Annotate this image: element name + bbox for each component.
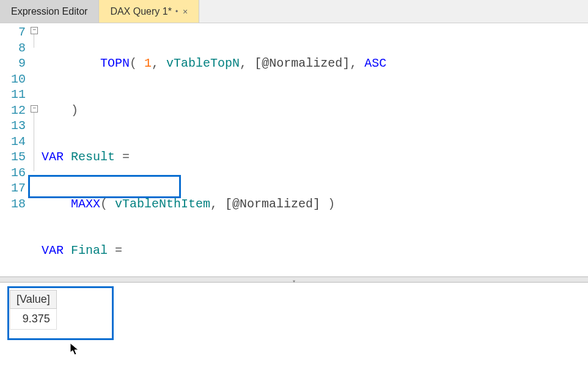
- fold-gutter: − −: [29, 23, 40, 276]
- line-number: 18: [0, 196, 26, 212]
- close-icon[interactable]: ×: [183, 7, 188, 17]
- line-number: 11: [0, 87, 26, 103]
- line-number: 10: [0, 72, 26, 87]
- result-column-header[interactable]: [Value]: [10, 291, 57, 309]
- code-line: ): [40, 103, 588, 119]
- fold-guide: [34, 113, 34, 171]
- line-number: 9: [0, 56, 26, 72]
- fold-toggle[interactable]: −: [31, 27, 38, 34]
- code-line: VAR Result =: [40, 149, 588, 165]
- tab-bar: Expression Editor DAX Query 1* • ×: [0, 0, 588, 23]
- tab-expression-editor[interactable]: Expression Editor: [0, 0, 99, 23]
- tab-dax-query-1[interactable]: DAX Query 1* • ×: [99, 0, 199, 23]
- fold-guide: [34, 34, 34, 48]
- line-number: 12: [0, 103, 26, 119]
- code-line: MAXX( vTableNthItem, [@Normalized] ): [40, 196, 588, 212]
- tab-label: DAX Query 1*: [110, 6, 171, 17]
- code-editor[interactable]: 7 8 9 10 11 12 13 14 15 16 17 18 − − TOP…: [0, 23, 588, 276]
- results-table: [Value] 9.375: [10, 290, 57, 330]
- line-number: 13: [0, 118, 26, 134]
- result-cell[interactable]: 9.375: [10, 309, 57, 330]
- line-number: 14: [0, 134, 26, 150]
- code-content[interactable]: TOPN( 1, vTableTopN, [@Normalized], ASC …: [40, 23, 588, 276]
- fold-toggle[interactable]: −: [31, 105, 38, 113]
- tab-label: Expression Editor: [11, 6, 87, 17]
- line-number: 15: [0, 149, 26, 165]
- line-number: 7: [0, 24, 26, 40]
- splitter[interactable]: ▾: [0, 276, 588, 283]
- cursor-icon: [70, 343, 81, 360]
- code-line: TOPN( 1, vTableTopN, [@Normalized], ASC: [40, 56, 588, 72]
- results-panel: [Value] 9.375: [0, 283, 588, 366]
- line-number: 16: [0, 165, 26, 181]
- modified-indicator: •: [175, 7, 178, 16]
- line-number: 8: [0, 40, 26, 56]
- code-line: VAR Final =: [40, 243, 588, 259]
- line-number-gutter: 7 8 9 10 11 12 13 14 15 16 17 18: [0, 23, 29, 276]
- line-number: 17: [0, 180, 26, 196]
